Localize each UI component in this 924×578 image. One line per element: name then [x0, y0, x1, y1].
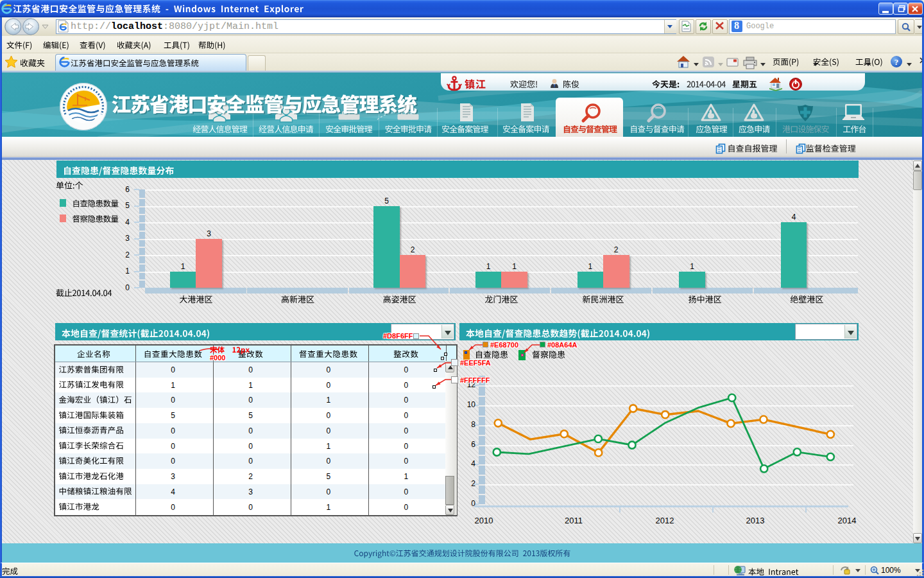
svg-text:?: ? [894, 57, 899, 67]
